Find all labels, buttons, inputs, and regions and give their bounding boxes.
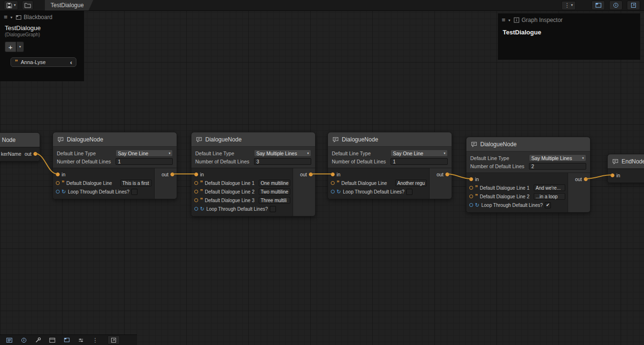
end-node[interactable]: EndNode in	[607, 154, 644, 183]
save-icon[interactable]	[6, 2, 12, 9]
dialogue-line-field[interactable]: Two multiline	[259, 188, 290, 195]
dialogue-line-port[interactable]	[194, 198, 198, 202]
line-type-value: Say Multiple Lines	[531, 155, 572, 161]
dialogue-line-port[interactable]	[194, 181, 198, 185]
open-preview-button[interactable]	[627, 0, 640, 10]
output-port-label: out	[436, 172, 443, 177]
num-lines-field[interactable]: 1	[116, 158, 173, 165]
loop-checkbox[interactable]: ✔	[545, 202, 551, 208]
dialogue-node-icon	[57, 136, 64, 143]
input-port[interactable]	[611, 173, 614, 177]
num-lines-label: Number of Default Lines	[57, 159, 111, 164]
foldout-icon[interactable]: ▼	[10, 16, 13, 19]
num-lines-field[interactable]: 2	[529, 163, 586, 170]
loop-checkbox[interactable]	[131, 189, 137, 195]
node-title-bar[interactable]: DialogueNode	[191, 132, 315, 147]
toggle-inspector-button[interactable]	[609, 0, 623, 10]
list-icon	[6, 337, 12, 343]
line-type-dropdown[interactable]: Say Multiple Lines ▾	[254, 150, 311, 157]
num-lines-field[interactable]: 3	[254, 158, 311, 165]
output-port[interactable]	[170, 172, 174, 176]
node-title-bar[interactable]: DialogueNode	[466, 137, 590, 151]
loop-label: Loop Through Default Lines?	[343, 189, 404, 194]
inspector-toggle-button[interactable]	[17, 335, 30, 345]
chevron-left-icon[interactable]: ‹	[70, 59, 72, 66]
add-property-dropdown[interactable]: ▾	[17, 42, 24, 52]
dialogue-node-icon	[332, 136, 339, 143]
loop-port[interactable]	[469, 203, 473, 207]
window-button[interactable]	[46, 335, 59, 345]
line-type-dropdown[interactable]: Say Multiple Lines ▾	[529, 154, 586, 162]
menu-icon[interactable]: ≡	[4, 15, 8, 20]
dialogue-line-label: Default Dialogue Line 3	[205, 198, 254, 203]
output-port[interactable]	[33, 152, 37, 156]
loop-checkbox[interactable]	[406, 189, 412, 195]
loop-port[interactable]	[331, 190, 335, 194]
blackboard-property-row[interactable]: ” Anna-Lyse ‹	[11, 57, 76, 67]
input-port[interactable]	[194, 172, 198, 176]
input-port[interactable]	[469, 177, 473, 181]
dialogue-node-4[interactable]: DialogueNode Default Line Type Say Multi…	[466, 137, 591, 213]
loop-icon: ↻	[200, 206, 204, 211]
save-dropdown-caret[interactable]: ▾	[14, 3, 16, 7]
dialogue-line-field[interactable]: And we're...	[534, 184, 565, 191]
dialogue-line-port[interactable]	[194, 190, 198, 194]
input-port[interactable]	[331, 172, 335, 176]
dialogue-node-2[interactable]: DialogueNode Default Line Type Say Multi…	[191, 132, 316, 216]
num-lines-label: Number of Default Lines	[470, 163, 524, 169]
loop-checkbox[interactable]	[270, 206, 276, 212]
foldout-icon[interactable]: ▼	[508, 19, 511, 22]
output-port[interactable]	[445, 172, 449, 176]
dialogue-node-3[interactable]: DialogueNode Default Line Type Say One L…	[327, 132, 452, 199]
property-name: Anna-Lyse	[21, 59, 67, 65]
speaker-node[interactable]: Node kerName out	[0, 132, 40, 162]
loop-port[interactable]	[194, 207, 198, 211]
open-editor-button[interactable]	[107, 335, 120, 345]
add-property-button[interactable]: +	[5, 42, 16, 52]
save-button-group[interactable]: ▾	[4, 0, 18, 10]
line-type-dropdown[interactable]: Say One Line ▾	[391, 150, 448, 157]
num-lines-field[interactable]: 1	[391, 158, 448, 165]
input-port-label: in	[200, 172, 204, 177]
node-title-bar[interactable]: DialogueNode	[53, 132, 177, 147]
node-title-bar[interactable]: DialogueNode	[328, 132, 452, 147]
more-options-button[interactable]: ⋮	[89, 335, 102, 345]
blackboard-toggle-button[interactable]	[60, 335, 73, 345]
output-port-label: out	[575, 176, 582, 182]
output-port[interactable]	[584, 177, 588, 181]
line-type-label: Default Line Type	[195, 151, 234, 156]
dialogue-line-field[interactable]: This is a first	[120, 180, 152, 186]
quote-icon: ”	[15, 60, 18, 65]
toggle-blackboard-button[interactable]	[591, 0, 605, 10]
sliders-button[interactable]	[74, 335, 87, 345]
dialogue-line-port[interactable]	[331, 181, 335, 185]
settings-button[interactable]	[32, 335, 44, 345]
loop-label: Loop Through Default Lines?	[481, 203, 543, 208]
chevron-down-icon: ▾	[571, 3, 573, 7]
folder-button[interactable]	[22, 0, 33, 10]
dialogue-node-1[interactable]: DialogueNode Default Line Type Say One L…	[53, 132, 177, 199]
blackboard-header[interactable]: ≡ ▼ Blackboard	[0, 11, 84, 22]
inspector-header[interactable]: ≡ ▼ Graph Inspector	[498, 13, 640, 25]
dialogue-line-field[interactable]: Another regu	[395, 180, 427, 186]
dialogue-line-field[interactable]: One multiline	[259, 180, 290, 186]
menu-icon[interactable]: ≡	[502, 18, 506, 22]
dialogue-line-port[interactable]	[469, 194, 473, 198]
loop-port[interactable]	[56, 190, 60, 194]
dialogue-line-field[interactable]: ...in a loop	[534, 193, 565, 200]
dialogue-line-port[interactable]	[56, 181, 60, 185]
node-title-bar[interactable]: EndNode	[608, 154, 644, 169]
blackboard-title: Blackboard	[24, 14, 53, 21]
console-list-button[interactable]	[3, 335, 16, 345]
input-port[interactable]	[56, 172, 60, 176]
line-type-dropdown[interactable]: Say One Line ▾	[116, 150, 173, 157]
output-port[interactable]	[309, 172, 313, 176]
blackboard-graph-type: (DialogueGraph)	[0, 32, 84, 37]
open-window-icon	[631, 2, 636, 8]
dialogue-line-port[interactable]	[469, 186, 473, 190]
toolbar-options-button[interactable]: ⋮ ▾	[561, 1, 576, 10]
quote-icon: ”	[337, 182, 339, 185]
dialogue-line-field[interactable]: Three multili	[259, 197, 290, 204]
node-title-bar[interactable]: Node	[0, 133, 40, 147]
breadcrumb[interactable]: TestDialogue	[45, 0, 93, 11]
